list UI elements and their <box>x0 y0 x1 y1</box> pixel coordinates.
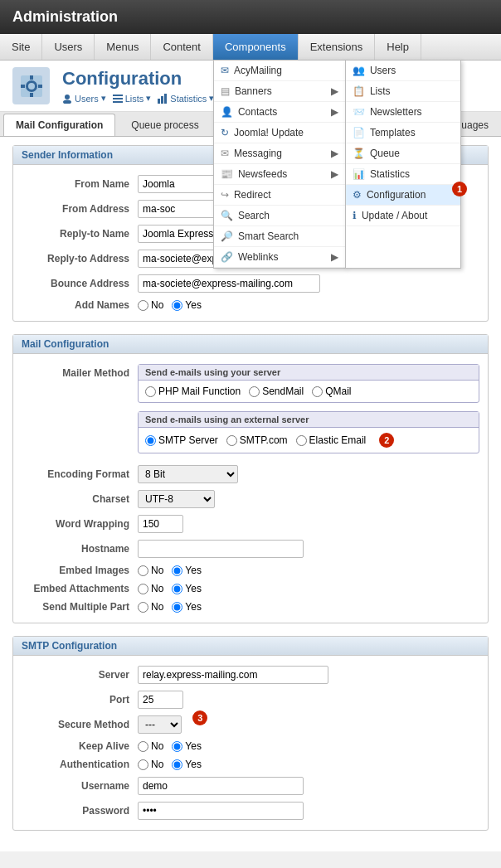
add-names-radios: No Yes <box>138 299 479 311</box>
nav-content[interactable]: Content <box>151 34 213 60</box>
multipart-yes[interactable]: Yes <box>172 601 202 613</box>
embed-attach-row: Embed Attachments No Yes <box>22 579 479 598</box>
port-label: Port <box>22 694 138 706</box>
link-users[interactable]: Users ▾ <box>62 93 106 104</box>
encoding-label: Encoding Format <box>22 468 138 480</box>
multipart-row: Send Multiple Part No Yes <box>22 598 479 616</box>
charset-row: Charset UTF-8 ISO-8859-1 <box>22 487 479 512</box>
embed-attach-label: Embed Attachments <box>22 583 138 594</box>
badge-1: 1 <box>452 182 467 196</box>
page-title: Configuration <box>62 68 214 90</box>
dd-newsletters[interactable]: 📨 Newsletters <box>346 102 460 123</box>
secure-select[interactable]: --- SSL TLS <box>138 715 182 734</box>
svg-rect-9 <box>113 95 123 96</box>
reply-address-label: Reply-to Address <box>22 253 138 264</box>
dd-templates[interactable]: 📄 Templates <box>346 123 460 143</box>
username-input[interactable] <box>138 777 304 795</box>
badge-3: 3 <box>192 710 207 725</box>
nav-site[interactable]: Site <box>0 34 42 60</box>
dd-acymailing[interactable]: ✉ AcyMailing <box>214 61 345 81</box>
embed-attach-yes[interactable]: Yes <box>172 583 202 594</box>
add-names-yes[interactable]: Yes <box>172 299 202 311</box>
hostname-input[interactable] <box>138 540 304 558</box>
hostname-label: Hostname <box>22 543 138 555</box>
server-input[interactable] <box>138 666 328 684</box>
dd-newsfeeds[interactable]: 📰 Newsfeeds ▶ <box>214 164 345 185</box>
multipart-label: Send Multiple Part <box>22 601 138 613</box>
embed-attach-no[interactable]: No <box>138 583 163 594</box>
title-content: Configuration Users ▾ Lists ▾ Statistics… <box>62 68 214 104</box>
dd-update-about[interactable]: ℹ Update / About <box>346 206 460 226</box>
dd-search[interactable]: 🔍 Search <box>214 206 345 226</box>
mailer-method-label: Mailer Method <box>22 364 138 379</box>
svg-rect-11 <box>113 101 123 103</box>
link-statistics[interactable]: Statistics ▾ <box>158 93 214 104</box>
charset-select[interactable]: UTF-8 ISO-8859-1 <box>138 490 215 508</box>
dd-smart-search[interactable]: 🔎 Smart Search <box>214 226 345 247</box>
dropdown-col2: 👥 Users 📋 Lists 📨 Newsletters 📄 Template… <box>345 60 461 269</box>
server-subsection: Send e-mails using your server PHP Mail … <box>138 364 479 403</box>
link-lists[interactable]: Lists ▾ <box>113 93 152 104</box>
auth-no[interactable]: No <box>138 759 163 770</box>
wordwrap-label: Word Wrapping <box>22 518 138 530</box>
port-row: Port <box>22 687 479 712</box>
dd-redirect[interactable]: ↪ Redirect <box>214 185 345 206</box>
sendmail-radio[interactable]: SendMail <box>249 386 304 397</box>
encoding-select[interactable]: 8 Bit 7 Bit Base64 Quoted-Printable <box>138 465 238 483</box>
nav-components[interactable]: Components ✉ AcyMailing ▤ Banners ▶ 👤 Co… <box>213 34 299 60</box>
embed-images-row: Embed Images No Yes <box>22 561 479 579</box>
dd-contacts[interactable]: 👤 Contacts ▶ <box>214 102 345 123</box>
dd-users[interactable]: 👥 Users <box>346 61 460 81</box>
tab-mail-config[interactable]: Mail Configuration <box>3 114 115 136</box>
from-name-label: From Name <box>22 178 138 190</box>
wordwrap-row: Word Wrapping <box>22 512 479 536</box>
password-input[interactable] <box>138 802 304 820</box>
keepalive-no[interactable]: No <box>138 740 163 752</box>
dd-banners[interactable]: ▤ Banners ▶ <box>214 81 345 102</box>
secure-label: Secure Method <box>22 719 138 730</box>
smtpcom-radio[interactable]: SMTP.com <box>226 434 288 446</box>
dd-lists[interactable]: 📋 Lists <box>346 81 460 102</box>
svg-rect-14 <box>164 94 167 104</box>
dd-statistics[interactable]: 📊 Statistics <box>346 164 460 185</box>
wordwrap-input[interactable] <box>138 515 183 533</box>
dd-joomla-update[interactable]: ↻ Joomla! Update <box>214 123 345 143</box>
elastic-radio[interactable]: Elastic Email <box>296 434 367 446</box>
nav-users[interactable]: Users <box>42 34 95 60</box>
dd-queue[interactable]: ⏳ Queue <box>346 143 460 164</box>
svg-point-7 <box>65 95 70 99</box>
svg-rect-13 <box>161 96 163 104</box>
svg-rect-5 <box>21 85 25 88</box>
add-names-no[interactable]: No <box>138 299 163 311</box>
tab-queue-process[interactable]: Queue process <box>119 114 211 136</box>
auth-yes[interactable]: Yes <box>172 759 202 770</box>
svg-point-2 <box>28 83 35 90</box>
keepalive-row: Keep Alive No Yes <box>22 737 479 755</box>
mailer-method-options: Send e-mails using your server PHP Mail … <box>138 364 479 458</box>
dd-messaging[interactable]: ✉ Messaging ▶ <box>214 143 345 164</box>
server-subsection-title: Send e-mails using your server <box>139 365 479 381</box>
title-links: Users ▾ Lists ▾ Statistics ▾ <box>62 93 214 104</box>
nav-help[interactable]: Help <box>375 34 421 60</box>
encoding-row: Encoding Format 8 Bit 7 Bit Base64 Quote… <box>22 462 479 487</box>
embed-images-yes[interactable]: Yes <box>172 565 202 576</box>
qmail-radio[interactable]: QMail <box>312 386 351 397</box>
keepalive-yes[interactable]: Yes <box>172 740 202 752</box>
dd-weblinks[interactable]: 🔗 Weblinks ▶ <box>214 247 345 268</box>
multipart-no[interactable]: No <box>138 601 163 613</box>
mail-config-title: Mail Configuration <box>13 335 488 354</box>
port-input[interactable] <box>138 691 183 709</box>
svg-rect-6 <box>38 85 42 88</box>
php-mail-radio[interactable]: PHP Mail Function <box>145 386 241 397</box>
nav-extensions[interactable]: Extensions <box>299 34 376 60</box>
reply-name-label: Reply-to Name <box>22 228 138 240</box>
nav-menus[interactable]: Menus <box>95 34 151 60</box>
bounce-input[interactable] <box>138 274 320 293</box>
dd-configuration[interactable]: ⚙ Configuration 1 <box>346 185 460 206</box>
server-options: PHP Mail Function SendMail QMail <box>139 381 479 402</box>
embed-images-no[interactable]: No <box>138 565 163 576</box>
smtp-server-radio[interactable]: SMTP Server <box>145 434 218 446</box>
from-address-label: From Address <box>22 203 138 215</box>
bounce-row: Bounce Address <box>22 271 479 296</box>
dropdown-col1: ✉ AcyMailing ▤ Banners ▶ 👤 Contacts ▶ ↻ … <box>213 60 346 269</box>
